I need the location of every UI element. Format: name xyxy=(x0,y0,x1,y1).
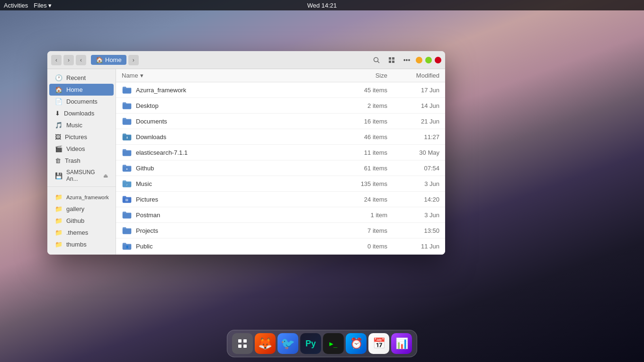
table-row[interactable]: elasticsearch-7.1.1 11 items 30 May xyxy=(116,145,445,160)
pycharm-icon: Py xyxy=(305,339,316,349)
table-row[interactable]: Desktop 2 items 14 Jun xyxy=(116,98,445,114)
file-name: Postman xyxy=(136,212,354,219)
sidebar-item-themes[interactable]: 📁 .themes xyxy=(49,227,114,238)
sidebar-item-azurra[interactable]: 📁 Azurra_framework xyxy=(49,191,114,203)
sidebar-label-documents: Documents xyxy=(66,98,98,105)
svg-rect-13 xyxy=(238,344,242,348)
files-menu[interactable]: Files ▾ xyxy=(34,2,51,9)
sidebar-item-trash[interactable]: 🗑 Trash xyxy=(49,155,114,167)
folder-svg-icon: ● xyxy=(122,164,132,172)
activities-button[interactable]: Activities xyxy=(4,2,28,9)
dock-item-tweaks[interactable]: 🐦 xyxy=(277,333,298,354)
sidebar-item-samsung[interactable]: 💾 SAMSUNG An... ⏏ xyxy=(49,167,114,185)
table-row[interactable]: Documents 16 items 21 Jun xyxy=(116,114,445,129)
table-row[interactable]: Azurra_framework 45 items 17 Jun xyxy=(116,82,445,98)
sidebar-item-gallery[interactable]: 📁 gallery xyxy=(49,203,114,215)
dock-item-pycharm[interactable]: Py xyxy=(300,333,321,354)
dock-item-firefox[interactable]: 🦊 xyxy=(255,333,276,354)
sidebar-label-themes: .themes xyxy=(66,229,88,236)
dock-item-terminal[interactable]: ▶_ xyxy=(323,333,344,354)
file-modified: 14:20 xyxy=(397,196,439,203)
table-row[interactable]: 👤 Public 0 items 11 Jun xyxy=(116,238,445,254)
sidebar-item-thumbs[interactable]: 📁 thumbs xyxy=(49,238,114,250)
sidebar-label-recent: Recent xyxy=(66,74,86,81)
file-rows-container: Azurra_framework 45 items 17 Jun Desktop… xyxy=(116,82,445,255)
sidebar-item-pictures[interactable]: 🖼 Pictures xyxy=(49,131,114,143)
file-list-header: Name ▾ Size Modified xyxy=(116,69,445,82)
table-row[interactable]: ● Github 61 items 07:54 xyxy=(116,160,445,176)
search-button[interactable] xyxy=(370,54,383,66)
forward-button[interactable]: › xyxy=(63,55,74,65)
trash-icon: 🗑 xyxy=(55,157,61,164)
table-row[interactable]: Projects 7 items 13:50 xyxy=(116,223,445,238)
file-size: 11 items xyxy=(354,149,397,156)
sidebar-item-videos[interactable]: 🎬 Videos xyxy=(49,143,114,155)
sidebar-label-home: Home xyxy=(66,86,83,93)
file-size: 24 items xyxy=(354,196,397,203)
eject-button[interactable]: ⏏ xyxy=(103,173,108,179)
dock-item-audio[interactable]: 📊 xyxy=(391,333,412,354)
file-size: 7 items xyxy=(354,227,397,234)
files-menu-arrow: ▾ xyxy=(48,2,52,9)
folder-icon xyxy=(122,147,132,158)
home-icon: 🏠 xyxy=(96,56,103,63)
music-icon: 🎵 xyxy=(55,122,63,129)
home-path-button[interactable]: 🏠 Home xyxy=(91,55,126,65)
folder-svg-icon xyxy=(122,148,132,157)
back-button[interactable]: ‹ xyxy=(51,55,62,65)
titlebar: ‹ › ‹ 🏠 Home › xyxy=(47,51,445,69)
table-row[interactable]: ⬇ Downloads 46 items 11:27 xyxy=(116,129,445,145)
up-button[interactable]: ‹ xyxy=(76,55,86,65)
table-row[interactable]: ♪ Music 135 items 3 Jun xyxy=(116,176,445,192)
column-size-header[interactable]: Size xyxy=(354,72,397,79)
file-size: 2 items xyxy=(354,102,397,109)
table-row[interactable]: PycharmProjects 3 items 25 Jun xyxy=(116,254,445,255)
sidebar-item-recent[interactable]: 🕐 Recent xyxy=(49,72,114,84)
folder-svg-icon: ♪ xyxy=(122,179,132,188)
sidebar-label-gallery: gallery xyxy=(66,205,84,212)
maximize-button[interactable] xyxy=(425,57,432,63)
column-modified-header[interactable]: Modified xyxy=(397,72,439,79)
close-button[interactable] xyxy=(435,57,441,63)
sidebar-item-home[interactable]: 🏠 Home xyxy=(49,84,114,96)
file-modified: 30 May xyxy=(397,149,439,156)
folder-icon xyxy=(122,116,132,126)
folder-icon: 🖼 xyxy=(122,194,132,204)
sidebar-item-downloads[interactable]: ⬇ Downloads xyxy=(49,107,114,119)
svg-text:♪: ♪ xyxy=(126,183,128,186)
home-label: Home xyxy=(105,56,122,63)
folder-icon: 👤 xyxy=(122,241,132,251)
thumbs-icon: 📁 xyxy=(55,241,63,248)
sidebar-label-pictures: Pictures xyxy=(65,133,87,141)
tweaks-icon: 🐦 xyxy=(281,337,295,350)
dock-item-grid[interactable] xyxy=(232,333,253,354)
view-toggle-button[interactable] xyxy=(385,54,398,66)
firefox-icon: 🦊 xyxy=(258,337,272,350)
recent-icon: 🕐 xyxy=(55,74,63,81)
file-name: Desktop xyxy=(136,102,354,109)
folder-icon: ⬇ xyxy=(122,132,132,142)
column-modified-label: Modified xyxy=(416,72,439,79)
table-row[interactable]: Postman 1 item 3 Jun xyxy=(116,207,445,223)
dock-item-timeset[interactable]: ⏰ xyxy=(346,333,367,354)
folder-svg-icon xyxy=(122,86,132,94)
sidebar-item-github[interactable]: 📁 Github xyxy=(49,215,114,227)
file-modified: 13:50 xyxy=(397,227,439,234)
column-name-header[interactable]: Name ▾ xyxy=(122,72,354,79)
sidebar-item-music[interactable]: 🎵 Music xyxy=(49,119,114,131)
file-modified: 14 Jun xyxy=(397,102,439,109)
samsung-icon: 💾 xyxy=(55,172,63,179)
minimize-button[interactable] xyxy=(416,57,422,63)
folder-icon xyxy=(122,100,132,111)
file-name: Documents xyxy=(136,118,354,125)
timeset-icon: ⏰ xyxy=(350,337,363,350)
sidebar-item-documents[interactable]: 📄 Documents xyxy=(49,96,114,107)
folder-icon xyxy=(122,225,132,236)
dock-item-calendar[interactable]: 📅 xyxy=(368,333,389,354)
path-forward-button[interactable]: › xyxy=(128,55,139,65)
more-options-button[interactable]: ••• xyxy=(401,54,413,66)
sidebar-label-trash: Trash xyxy=(65,157,80,164)
file-size: 16 items xyxy=(354,118,397,125)
table-row[interactable]: 🖼 Pictures 24 items 14:20 xyxy=(116,192,445,207)
svg-rect-14 xyxy=(243,344,247,348)
